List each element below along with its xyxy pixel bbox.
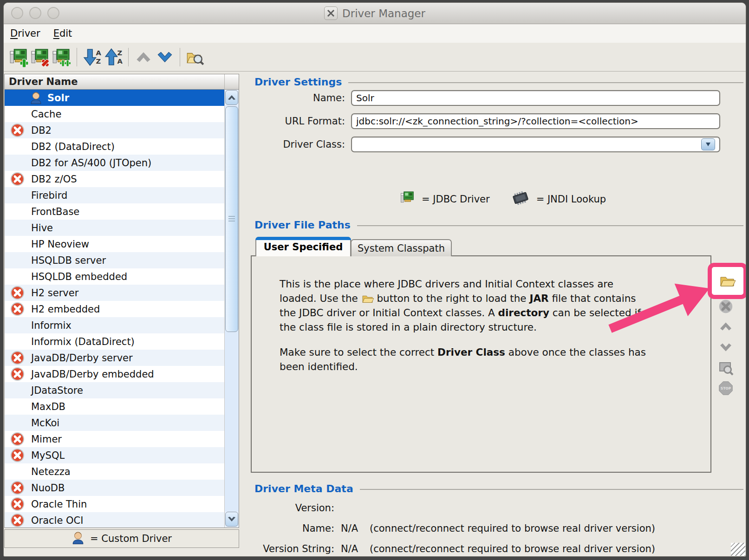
resize-grip[interactable] xyxy=(731,543,745,556)
scroll-down-button[interactable] xyxy=(225,512,238,527)
driver-list-item-javadb-derby-server[interactable]: JavaDB/Derby server xyxy=(5,350,224,366)
driver-list-item-db2-for-as-400-jtopen-[interactable]: DB2 for AS/400 (JTOpen) xyxy=(5,155,224,171)
zoom-button[interactable] xyxy=(47,7,59,19)
driver-list-item-mimer[interactable]: Mimer xyxy=(5,431,224,447)
custom-driver-legend-text: = Custom Driver xyxy=(90,533,172,544)
driver-name-label: Informix xyxy=(31,320,72,331)
right-panel: Driver Settings Name: Solr URL Format: j… xyxy=(251,72,746,557)
driver-name-label: Mimer xyxy=(31,434,62,445)
jndi-lookup-legend-text: = JNDI Lookup xyxy=(536,194,606,205)
driver-name-label: DB2 for AS/400 (JTOpen) xyxy=(31,157,151,169)
error-icon xyxy=(10,123,25,137)
driver-list-item-netezza[interactable]: Netezza xyxy=(5,463,224,480)
name-input[interactable]: Solr xyxy=(351,90,720,106)
driver-list-item-hsqldb-embedded[interactable]: HSQLDB embedded xyxy=(5,268,224,285)
svg-text:Z: Z xyxy=(96,57,101,65)
delete-driver-button[interactable] xyxy=(30,46,51,68)
driver-name-label: H2 server xyxy=(31,287,78,299)
driver-name-label: DB2 (DataDirect) xyxy=(31,141,115,152)
driver-list-item-informix-datadirect-[interactable]: Informix (DataDirect) xyxy=(5,333,224,350)
driver-list-panel: Driver Name SolrCacheDB2DB2 (DataDirect)… xyxy=(4,74,239,528)
stop-button[interactable]: STOP xyxy=(717,380,734,397)
driver-list-item-nuodb[interactable]: NuoDB xyxy=(5,480,224,496)
move-file-up-button[interactable] xyxy=(717,318,734,335)
driver-class-input[interactable] xyxy=(351,137,720,152)
meta-name-row: Name: N/A (connect/reconnect required to… xyxy=(254,523,655,534)
driver-list-item-javadb-derby-embedded[interactable]: JavaDB/Derby embedded xyxy=(5,366,224,382)
menu-driver[interactable]: Driver xyxy=(10,28,40,39)
file-path-tabs: User Specified System Classpath xyxy=(255,237,452,256)
error-icon xyxy=(10,172,25,186)
driver-list-item-mckoi[interactable]: McKoi xyxy=(5,415,224,431)
driver-meta-data-title: Driver Meta Data xyxy=(254,483,353,495)
driver-list-item-oracle-oci[interactable]: Oracle OCI xyxy=(5,512,224,527)
driver-name-label: DB2 z/OS xyxy=(31,174,77,185)
custom-driver-icon xyxy=(30,91,42,104)
find-driver-button[interactable] xyxy=(184,46,206,68)
driver-file-paths-title: Driver File Paths xyxy=(254,219,351,231)
move-up-button[interactable] xyxy=(133,46,154,68)
driver-list-header: Driver Name xyxy=(5,74,239,90)
driver-name-label: Solr xyxy=(47,92,69,104)
driver-class-label: Driver Class: xyxy=(254,139,351,150)
folder-icon xyxy=(361,293,374,304)
driver-class-dropdown-button[interactable] xyxy=(701,138,715,150)
driver-list-item-hive[interactable]: Hive xyxy=(5,220,224,236)
icon-legend: = JDBC Driver = JNDI Lookup xyxy=(399,190,606,208)
meta-version-string-row: Version String: N/A (connect/reconnect r… xyxy=(254,543,655,554)
move-down-button[interactable] xyxy=(154,46,176,68)
move-file-down-button[interactable] xyxy=(717,339,734,356)
driver-list-item-db2[interactable]: DB2 xyxy=(5,122,224,138)
error-icon xyxy=(10,448,25,462)
error-icon xyxy=(10,497,25,511)
driver-list-item-hsqldb-server[interactable]: HSQLDB server xyxy=(5,252,224,268)
driver-list-item-informix[interactable]: Informix xyxy=(5,317,224,333)
copy-driver-button[interactable] xyxy=(51,46,72,68)
load-driver-file-button[interactable] xyxy=(719,272,736,289)
error-icon xyxy=(10,432,25,446)
jndi-lookup-icon xyxy=(511,190,531,208)
error-icon xyxy=(10,481,25,495)
jdbc-driver-legend-text: = JDBC Driver xyxy=(422,194,490,205)
menu-bar: Driver Edit xyxy=(4,24,746,43)
driver-list-item-mysql[interactable]: MySQL xyxy=(5,447,224,463)
annotation-arrow xyxy=(576,257,720,341)
driver-name-column-header[interactable]: Driver Name xyxy=(5,74,225,90)
close-button[interactable] xyxy=(11,7,23,19)
driver-list-item-solr[interactable]: Solr xyxy=(5,90,224,106)
driver-list-item-frontbase[interactable]: FrontBase xyxy=(5,203,224,220)
new-driver-button[interactable] xyxy=(8,46,30,68)
driver-list-item-jdatastore[interactable]: JDataStore xyxy=(5,382,224,398)
driver-list-item-hp-neoview[interactable]: HP Neoview xyxy=(5,236,224,252)
driver-list-item-h2-embedded[interactable]: H2 embedded xyxy=(5,301,224,317)
sort-ascending-button[interactable]: Z A xyxy=(103,46,124,68)
driver-list-item-cache[interactable]: Cache xyxy=(5,106,224,122)
driver-name-label: HSQLDB embedded xyxy=(31,271,127,282)
driver-list-item-db2-z-os[interactable]: DB2 z/OS xyxy=(5,171,224,187)
error-icon xyxy=(10,513,25,527)
driver-name-label: MaxDB xyxy=(31,401,65,412)
header-corner xyxy=(225,74,239,90)
scrollbar-thumb[interactable] xyxy=(225,106,238,332)
driver-list-item-oracle-thin[interactable]: Oracle Thin xyxy=(5,496,224,512)
remove-file-button[interactable] xyxy=(717,298,734,315)
url-format-input[interactable]: jdbc:solr://<zk_connection_string>/?coll… xyxy=(351,113,720,129)
svg-text:A: A xyxy=(117,57,123,65)
minimize-button[interactable] xyxy=(29,7,41,19)
menu-edit[interactable]: Edit xyxy=(53,28,72,39)
driver-name-label: Netezza xyxy=(31,466,71,477)
scan-driver-class-button[interactable] xyxy=(717,359,734,376)
toolbar: A Z Z A xyxy=(4,43,746,72)
driver-list-item-maxdb[interactable]: MaxDB xyxy=(5,398,224,415)
driver-name-label: Firebird xyxy=(31,190,67,201)
sort-descending-button[interactable]: A Z xyxy=(81,46,103,68)
error-icon xyxy=(10,367,25,381)
toolbar-separator xyxy=(77,48,77,66)
scroll-up-button[interactable] xyxy=(225,90,238,105)
driver-list-item-h2-server[interactable]: H2 server xyxy=(5,285,224,301)
tab-system-classpath[interactable]: System Classpath xyxy=(351,239,452,256)
driver-settings-title: Driver Settings xyxy=(254,76,342,88)
driver-list-item-firebird[interactable]: Firebird xyxy=(5,187,224,203)
tab-user-specified[interactable]: User Specified xyxy=(255,237,351,256)
driver-list-item-db2-datadirect-[interactable]: DB2 (DataDirect) xyxy=(5,138,224,155)
